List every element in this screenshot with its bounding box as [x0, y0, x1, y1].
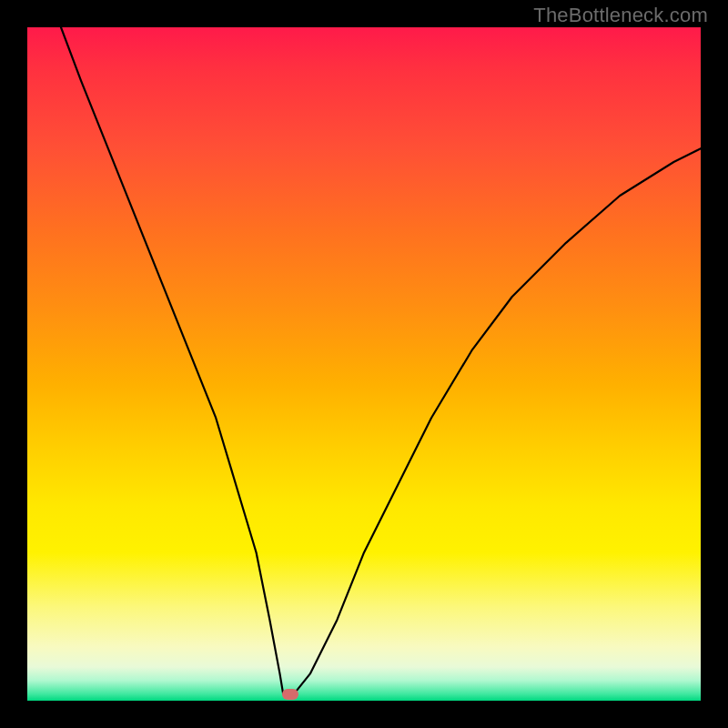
bottleneck-curve: [27, 27, 701, 701]
watermark-text: TheBottleneck.com: [533, 4, 708, 27]
chart-frame: TheBottleneck.com: [0, 0, 728, 728]
plot-area: [27, 27, 701, 701]
optimal-point-marker: [282, 689, 298, 700]
